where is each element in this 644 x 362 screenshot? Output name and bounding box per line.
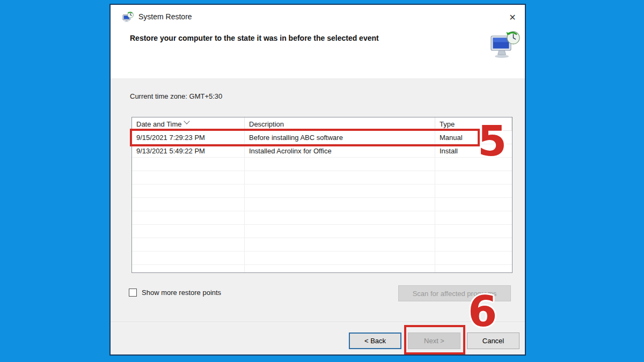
- annotation-step-6: 6: [468, 293, 497, 331]
- empty-row: [132, 238, 512, 252]
- dialog-heading: Restore your computer to the state it wa…: [130, 34, 452, 42]
- timezone-label: Current time zone: GMT+5:30: [130, 92, 222, 100]
- system-restore-icon: [122, 11, 134, 23]
- empty-row: [132, 211, 512, 225]
- footer-divider: [111, 322, 525, 323]
- show-more-checkbox-label[interactable]: Show more restore points: [142, 289, 221, 297]
- close-icon: ✕: [509, 12, 516, 23]
- annotation-step-5: 5: [478, 122, 507, 161]
- empty-row: [132, 158, 512, 171]
- desktop-background: System Restore ✕ Restore your computer t…: [0, 0, 644, 362]
- empty-row: [132, 252, 512, 265]
- empty-row: [132, 265, 512, 273]
- window-title: System Restore: [138, 12, 192, 21]
- back-button[interactable]: < Back: [349, 333, 401, 349]
- empty-row: [132, 225, 512, 238]
- empty-row: [132, 171, 512, 184]
- system-restore-dialog: System Restore ✕ Restore your computer t…: [111, 5, 525, 354]
- close-button[interactable]: ✕: [506, 11, 519, 24]
- show-more-checkbox[interactable]: [129, 289, 137, 297]
- annotation-box-next-button: [404, 325, 465, 354]
- empty-row: [132, 198, 512, 211]
- restore-illustration-icon: [489, 29, 521, 58]
- annotation-box-selected-row: [130, 129, 480, 146]
- empty-row: [132, 184, 512, 198]
